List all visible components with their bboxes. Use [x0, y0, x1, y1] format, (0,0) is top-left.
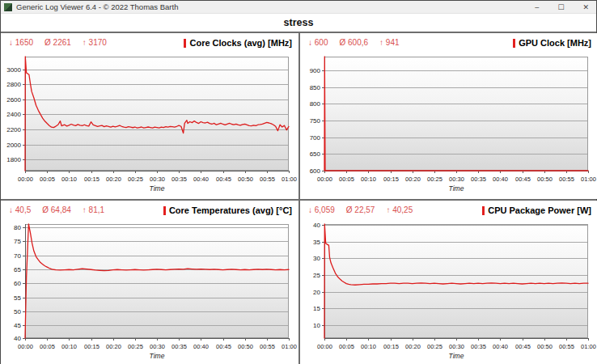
svg-text:00:00: 00:00: [317, 343, 332, 350]
chart-canvas-cpu-package-power[interactable]: 1015202530354000:0000:0500:1000:1500:200…: [300, 220, 597, 364]
stat-min: ↓ 600: [308, 38, 328, 47]
window-title: Generic Log Viewer 6.4 - © 2022 Thomas B…: [16, 2, 178, 11]
svg-text:00:05: 00:05: [339, 343, 354, 350]
svg-text:00:10: 00:10: [361, 343, 376, 350]
svg-text:01:00: 01:00: [282, 176, 297, 183]
svg-text:55: 55: [14, 294, 21, 302]
stat-max: ↑ 40,25: [386, 205, 413, 214]
chart-title-text: Core Clocks (avg) [MHz]: [189, 38, 292, 48]
panel-head: ↓ 600 Ø 600,6 ↑ 941 GPU Clock [MHz]: [300, 33, 597, 53]
svg-text:00:05: 00:05: [40, 176, 55, 183]
svg-text:Time: Time: [449, 352, 464, 360]
panel-core-clocks: ↓ 1650 Ø 2261 ↑ 3170 Core Clocks (avg) […: [1, 33, 298, 199]
chart-title: Core Clocks (avg) [MHz]: [184, 38, 292, 48]
chart-title-text: Core Temperatures (avg) [°C]: [169, 205, 292, 215]
svg-text:00:20: 00:20: [405, 343, 421, 350]
svg-text:00:55: 00:55: [559, 343, 574, 350]
svg-text:00:00: 00:00: [18, 343, 33, 350]
svg-text:3000: 3000: [6, 66, 21, 74]
legend-color-bar-icon: [513, 39, 515, 48]
svg-text:00:50: 00:50: [537, 176, 553, 183]
stat-avg: Ø 64,84: [42, 205, 71, 214]
chart-stats: ↓ 40,5 Ø 64,84 ↑ 81,1: [9, 205, 104, 214]
svg-text:00:05: 00:05: [339, 176, 354, 183]
svg-text:800: 800: [310, 100, 321, 108]
chart-stats: ↓ 6,059 Ø 22,57 ↑ 40,25: [308, 205, 413, 214]
svg-text:01:00: 01:00: [581, 176, 596, 183]
svg-text:00:45: 00:45: [216, 176, 231, 183]
panel-gpu-clock: ↓ 600 Ø 600,6 ↑ 941 GPU Clock [MHz] 6006…: [300, 33, 597, 199]
svg-text:10: 10: [313, 322, 320, 329]
window-controls: – ☐ ✕: [532, 3, 591, 11]
svg-text:15: 15: [313, 305, 320, 312]
svg-text:00:30: 00:30: [449, 176, 464, 183]
svg-text:Time: Time: [150, 184, 165, 193]
svg-text:00:35: 00:35: [171, 343, 187, 350]
stat-max: ↑ 81,1: [83, 205, 104, 214]
log-header: stress: [1, 14, 596, 32]
chart-canvas-core-temperatures[interactable]: 40455055606570758000:0000:0500:1000:1500…: [1, 220, 298, 364]
svg-text:35: 35: [313, 239, 320, 246]
chart-grid: ↓ 1650 Ø 2261 ↑ 3170 Core Clocks (avg) […: [1, 32, 596, 364]
svg-text:00:05: 00:05: [40, 343, 55, 350]
svg-text:750: 750: [310, 117, 321, 125]
svg-text:00:15: 00:15: [383, 343, 399, 350]
svg-text:00:50: 00:50: [537, 343, 553, 350]
svg-text:50: 50: [14, 308, 21, 315]
svg-text:00:15: 00:15: [84, 343, 100, 350]
svg-text:65: 65: [14, 266, 21, 273]
minimize-button[interactable]: –: [532, 3, 541, 11]
chart-canvas-core-clocks[interactable]: 180020002200240026002800300000:0000:0500…: [1, 53, 298, 199]
svg-text:00:25: 00:25: [427, 343, 442, 350]
stat-avg: Ø 2261: [44, 38, 71, 47]
svg-text:2800: 2800: [6, 81, 21, 88]
svg-text:1800: 1800: [6, 156, 21, 163]
stat-min: ↓ 1650: [9, 38, 33, 47]
legend-color-bar-icon: [482, 206, 485, 215]
log-title: stress: [284, 17, 314, 28]
svg-text:00:35: 00:35: [471, 176, 486, 183]
svg-text:00:45: 00:45: [515, 176, 531, 183]
svg-text:70: 70: [14, 252, 21, 260]
svg-text:00:10: 00:10: [61, 343, 77, 350]
svg-text:00:45: 00:45: [216, 343, 231, 350]
panel-head: ↓ 1650 Ø 2261 ↑ 3170 Core Clocks (avg) […: [1, 33, 298, 53]
svg-text:00:30: 00:30: [150, 343, 165, 350]
svg-text:00:25: 00:25: [427, 176, 442, 183]
svg-text:00:00: 00:00: [18, 176, 33, 183]
panel-cpu-package-power: ↓ 6,059 Ø 22,57 ↑ 40,25 CPU Package Powe…: [300, 201, 597, 364]
panel-core-temperatures: ↓ 40,5 Ø 64,84 ↑ 81,1 Core Temperatures …: [1, 201, 298, 364]
svg-text:01:00: 01:00: [282, 343, 297, 350]
svg-text:00:10: 00:10: [361, 176, 376, 183]
svg-text:25: 25: [313, 272, 320, 279]
chart-canvas-gpu-clock[interactable]: 60065070075080085090000:0000:0500:1000:1…: [300, 53, 597, 199]
titlebar: Generic Log Viewer 6.4 - © 2022 Thomas B…: [1, 1, 596, 14]
app-window: Generic Log Viewer 6.4 - © 2022 Thomas B…: [0, 0, 597, 364]
svg-text:00:35: 00:35: [471, 343, 486, 350]
stat-min: ↓ 40,5: [9, 205, 31, 214]
svg-text:00:30: 00:30: [449, 343, 464, 350]
svg-text:30: 30: [313, 255, 320, 262]
legend-color-bar-icon: [184, 39, 186, 48]
svg-text:850: 850: [310, 84, 321, 91]
svg-text:00:55: 00:55: [559, 176, 574, 183]
svg-text:Time: Time: [150, 352, 165, 360]
svg-text:00:20: 00:20: [106, 343, 121, 350]
svg-text:00:40: 00:40: [493, 176, 508, 183]
svg-text:00:00: 00:00: [317, 176, 332, 183]
svg-text:00:30: 00:30: [150, 176, 165, 183]
svg-text:00:55: 00:55: [260, 343, 275, 350]
maximize-button[interactable]: ☐: [555, 3, 566, 11]
svg-text:00:40: 00:40: [493, 343, 508, 350]
svg-text:01:00: 01:00: [581, 343, 596, 350]
close-button[interactable]: ✕: [580, 3, 591, 11]
stat-max: ↑ 3170: [83, 38, 107, 47]
chart-stats: ↓ 600 Ø 600,6 ↑ 941: [308, 38, 400, 47]
svg-text:700: 700: [310, 134, 321, 142]
svg-text:Time: Time: [449, 184, 464, 193]
svg-text:2000: 2000: [6, 142, 21, 149]
svg-text:00:15: 00:15: [84, 176, 100, 183]
legend-color-bar-icon: [163, 206, 166, 215]
svg-text:40: 40: [313, 222, 320, 229]
svg-text:00:50: 00:50: [238, 343, 253, 350]
